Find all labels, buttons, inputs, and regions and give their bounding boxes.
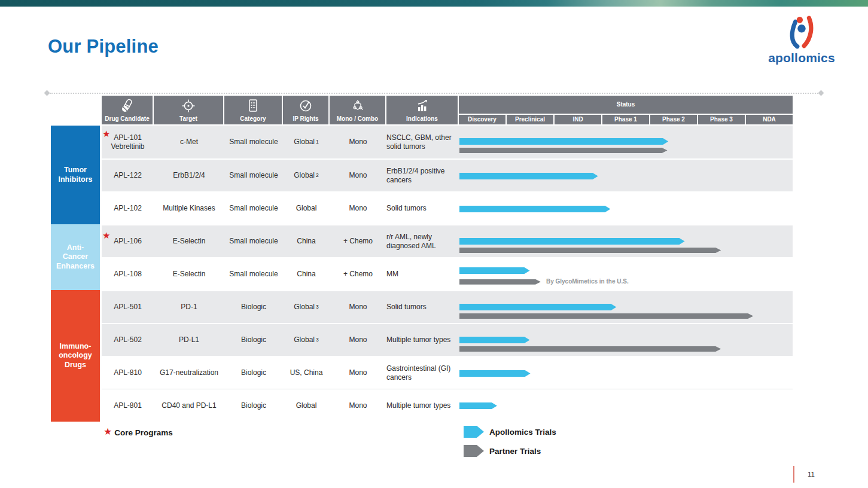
category-cell: Biologic [224, 291, 283, 323]
mono-combo-cell: Mono [330, 357, 386, 389]
table-row-apl-502: APL-502 PD-L1 Biologic Global3 Mono Mult… [102, 323, 793, 356]
phase-header-phase2: Phase 2 [650, 115, 697, 124]
category-cell: Small molecule [224, 126, 283, 158]
mono-combo-cell: + Chemo [330, 258, 386, 290]
status-cell [459, 160, 793, 191]
ip-rights-cell: Global3 [283, 291, 330, 323]
divider-diamond-left [44, 90, 50, 96]
partner-trial-bar [459, 248, 721, 253]
table-header: Drug Candidate Target [102, 96, 793, 124]
table-row-apl-102: APL-102 Multiple Kinases Small molecule … [102, 191, 793, 224]
mono-combo-cell: Mono [330, 193, 386, 224]
indication-cell: Solid tumors [386, 193, 459, 224]
mono-combo-cell: + Chemo [330, 225, 386, 257]
column-header-mono-combo: Mono / Combo [330, 96, 385, 124]
partner-trial-bar [459, 313, 753, 319]
core-programs-label: Core Programs [114, 428, 173, 437]
drug-candidate-cell: APL-501 [102, 291, 154, 323]
column-label: Target [179, 115, 197, 122]
column-header-category: Category [224, 96, 282, 124]
column-label: Category [240, 115, 266, 122]
table-row-apl-801: APL-801 CD40 and PD-L1 Biologic Global M… [102, 389, 793, 422]
target-cell: PD-1 [154, 291, 224, 323]
target-cell: c-Met [154, 126, 224, 158]
core-program-star-icon: ★ [102, 231, 110, 240]
partner-trials-label: Partner Trials [489, 447, 541, 456]
status-cell [459, 324, 793, 356]
column-header-indications: Indications [386, 96, 458, 124]
ip-rights-cell: Global [283, 193, 330, 224]
table-row-apl-108: APL-108 E-Selectin Small molecule China … [102, 257, 793, 290]
phase-header-discovery: Discovery [459, 115, 505, 124]
indication-cell: MM [386, 258, 459, 290]
category-cell: Small molecule [224, 225, 283, 257]
ip-rights-cell: Global [283, 389, 330, 422]
logo-mark-icon [766, 16, 837, 50]
trials-legend: Apollomics Trials Partner Trials [464, 426, 556, 464]
category-cell: Biologic [224, 357, 283, 389]
apollomics-trial-bar [459, 138, 668, 145]
page-title: Our Pipeline [48, 36, 159, 57]
mono-combo-cell: Mono [330, 389, 386, 422]
table-row-apl-122: APL-122 ErbB1/2/4 Small molecule Global2… [102, 158, 793, 191]
group-tumor-inhibitors: Tumor Inhibitors [51, 126, 100, 224]
apollomics-trial-arrow-icon [464, 426, 484, 438]
target-icon [181, 99, 196, 113]
drug-candidate-cell: APL-502 [102, 324, 154, 356]
phase-header-nda: NDA [746, 115, 793, 124]
partner-trial-bar [459, 279, 541, 285]
check-circle-icon [299, 99, 313, 113]
drug-candidate-cell: ★ APL-101Vebreltinib [102, 126, 154, 158]
logo-wordmark: apollomics [766, 51, 837, 64]
target-cell: Multiple Kinases [154, 193, 224, 224]
pills-icon [120, 99, 135, 113]
apollomics-trial-bar [459, 173, 598, 179]
category-cell: Biologic [224, 324, 283, 356]
page-number-area: 11 [793, 466, 815, 483]
target-cell: G17-neutralization [154, 357, 224, 389]
group-anti-cancer-enhancers: Anti-Cancer Enhancers [51, 224, 100, 290]
table-row-apl-501: APL-501 PD-1 Biologic Global3 Mono Solid… [102, 290, 793, 323]
indication-cell: r/r AML, newly diagnosed AML [386, 225, 459, 257]
core-programs-legend: ★ Core Programs [103, 428, 173, 438]
column-label: Indications [406, 115, 438, 122]
drug-candidate-cell: ★ APL-106 [102, 225, 154, 257]
apollomics-trials-label: Apollomics Trials [489, 428, 556, 437]
indication-cell: Gastrointestinal (GI) cancers [386, 357, 459, 389]
legend-item-partner: Partner Trials [464, 445, 556, 457]
status-phase-headers: Discovery Preclinical IND Phase 1 Phase … [459, 115, 793, 124]
table-row-apl-810: APL-810 G17-neutralization Biologic US, … [102, 356, 793, 389]
drug-candidate-cell: APL-810 [102, 357, 154, 389]
target-cell: PD-L1 [154, 324, 224, 356]
table-row-apl-106: ★ APL-106 E-Selectin Small molecule Chin… [102, 224, 793, 257]
column-label: IP Rights [293, 115, 318, 122]
divider-diamond-right [818, 90, 824, 96]
top-accent-bar [0, 0, 868, 7]
partner-trial-bar [459, 346, 721, 352]
status-cell [459, 126, 793, 158]
legend-item-apollomics: Apollomics Trials [464, 426, 556, 438]
ip-rights-cell: Global2 [283, 160, 330, 191]
phase-header-phase1: Phase 1 [602, 115, 649, 124]
drug-candidate-cell: APL-102 [102, 193, 154, 224]
status-header-label: Status [459, 96, 793, 114]
category-cell: Small molecule [224, 193, 283, 224]
apollomics-trial-bar [459, 337, 530, 343]
phase-header-ind: IND [555, 115, 601, 124]
table-rows: ★ APL-101Vebreltinib c-Met Small molecul… [102, 126, 793, 422]
indication-cell: ErbB1/2/4 positive cancers [386, 160, 459, 191]
target-cell: E-Selectin [154, 225, 224, 257]
target-cell: CD40 and PD-L1 [154, 389, 224, 422]
apollomics-trial-bar [459, 267, 530, 274]
category-cell: Small molecule [224, 258, 283, 290]
chart-up-icon [415, 99, 430, 113]
pipeline-slide: Our Pipeline apollomics Drug Candidate [0, 0, 868, 488]
group-immuno-oncology-drugs: Immuno-oncology Drugs [51, 290, 100, 422]
apollomics-trial-bar [459, 206, 610, 212]
table-body: Tumor Inhibitors Anti-Cancer Enhancers I… [51, 126, 793, 422]
apollomics-trial-bar [459, 304, 616, 310]
mono-combo-cell: Mono [330, 324, 386, 356]
drug-candidate-cell: APL-801 [102, 389, 154, 422]
apollomics-trial-bar [459, 402, 497, 409]
page-number-tick [793, 466, 794, 483]
